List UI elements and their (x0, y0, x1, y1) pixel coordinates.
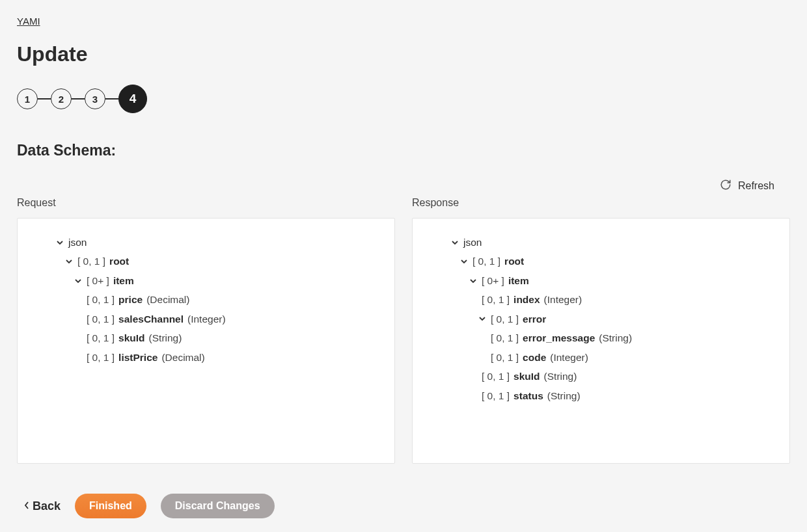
back-label: Back (33, 499, 61, 513)
refresh-label: Refresh (738, 180, 774, 192)
tree-node-code[interactable]: [ 0, 1 ] code (Integer) (424, 348, 775, 367)
step-1[interactable]: 1 (17, 88, 38, 109)
tree-node-index[interactable]: [ 0, 1 ] index (Integer) (424, 290, 775, 309)
field-name: price (118, 290, 143, 309)
field-type: (String) (544, 367, 577, 386)
cardinality: [ 0, 1 ] (491, 348, 519, 367)
field-type: (Integer) (550, 348, 588, 367)
cardinality: [ 0+ ] (87, 271, 109, 290)
section-title: Data Schema: (17, 142, 790, 159)
refresh-button[interactable]: Refresh (17, 179, 790, 193)
chevron-down-icon (64, 258, 74, 265)
cardinality: [ 0, 1 ] (87, 348, 115, 367)
tree-node-skuid[interactable]: [ 0, 1 ] skuId (String) (424, 367, 775, 386)
field-type: (Integer) (187, 310, 226, 328)
tree-node-error[interactable]: [ 0, 1 ] error (424, 310, 775, 328)
field-name: salesChannel (118, 310, 184, 328)
request-header: Request (17, 197, 395, 209)
tree-node-root[interactable]: [ 0, 1 ] root (29, 252, 380, 271)
cardinality: [ 0+ ] (482, 271, 504, 290)
field-name: code (523, 348, 546, 367)
cardinality: [ 0, 1 ] (87, 290, 115, 309)
field-type: (String) (599, 328, 632, 347)
chevron-down-icon (459, 258, 469, 265)
step-connector (72, 98, 85, 100)
cardinality: [ 0, 1 ] (77, 252, 105, 271)
field-name: item (508, 271, 529, 290)
field-name: root (109, 252, 129, 271)
response-header: Response (412, 197, 790, 209)
field-name: item (113, 271, 134, 290)
field-name: index (513, 290, 540, 309)
chevron-down-icon (55, 239, 64, 246)
request-column: Request json [ 0, 1 ] root [ 0+ ] (17, 197, 395, 464)
tree-node-saleschannel[interactable]: [ 0, 1 ] salesChannel (Integer) (29, 310, 380, 328)
response-panel: json [ 0, 1 ] root [ 0+ ] item [ 0, 1 ] … (412, 218, 790, 464)
chevron-down-icon (74, 277, 83, 285)
stepper: 1 2 3 4 (17, 85, 790, 113)
tree-node-json[interactable]: json (424, 233, 775, 252)
tree-node-json[interactable]: json (29, 233, 380, 252)
cardinality: [ 0, 1 ] (87, 328, 115, 347)
field-type: (Decimal) (146, 290, 189, 309)
tree-node-price[interactable]: [ 0, 1 ] price (Decimal) (29, 290, 380, 309)
field-name: error_message (523, 328, 595, 347)
chevron-left-icon (23, 499, 30, 513)
field-name: status (513, 386, 543, 405)
tree-node-item[interactable]: [ 0+ ] item (29, 271, 380, 290)
cardinality: [ 0, 1 ] (482, 367, 510, 386)
cardinality: [ 0, 1 ] (491, 328, 519, 347)
back-button[interactable]: Back (23, 499, 61, 513)
refresh-icon (720, 179, 732, 193)
chevron-down-icon (478, 315, 487, 323)
tree-node-item[interactable]: [ 0+ ] item (424, 271, 775, 290)
response-column: Response json [ 0, 1 ] root [ 0+ ] (412, 197, 790, 464)
step-4[interactable]: 4 (118, 85, 147, 113)
field-name: error (523, 310, 546, 328)
tree-node-listprice[interactable]: [ 0, 1 ] listPrice (Decimal) (29, 348, 380, 367)
step-2[interactable]: 2 (51, 88, 72, 109)
finished-button[interactable]: Finished (75, 494, 146, 518)
step-connector (38, 98, 51, 100)
field-name: root (504, 252, 524, 271)
step-3[interactable]: 3 (85, 88, 105, 109)
chevron-down-icon (450, 239, 459, 246)
tree-node-skuid[interactable]: [ 0, 1 ] skuId (String) (29, 328, 380, 347)
page-title: Update (17, 42, 790, 66)
tree-node-root[interactable]: [ 0, 1 ] root (424, 252, 775, 271)
footer: Back Finished Discard Changes (17, 494, 790, 518)
step-connector (105, 98, 118, 100)
tree-node-status[interactable]: [ 0, 1 ] status (String) (424, 386, 775, 405)
field-type: (String) (547, 386, 581, 405)
tree-label: json (463, 233, 482, 252)
field-type: (Integer) (544, 290, 582, 309)
tree-node-error-message[interactable]: [ 0, 1 ] error_message (String) (424, 328, 775, 347)
field-name: skuId (513, 367, 540, 386)
field-type: (Decimal) (161, 348, 204, 367)
cardinality: [ 0, 1 ] (491, 310, 519, 328)
cardinality: [ 0, 1 ] (482, 290, 510, 309)
cardinality: [ 0, 1 ] (87, 310, 115, 328)
breadcrumb-yami[interactable]: YAMI (17, 16, 40, 27)
request-panel: json [ 0, 1 ] root [ 0+ ] item [ 0, 1 ] … (17, 218, 395, 464)
field-name: listPrice (118, 348, 157, 367)
chevron-down-icon (469, 277, 478, 285)
tree-label: json (68, 233, 87, 252)
discard-changes-button[interactable]: Discard Changes (161, 494, 275, 518)
cardinality: [ 0, 1 ] (482, 386, 510, 405)
field-name: skuId (118, 328, 144, 347)
field-type: (String) (149, 328, 182, 347)
cardinality: [ 0, 1 ] (472, 252, 500, 271)
